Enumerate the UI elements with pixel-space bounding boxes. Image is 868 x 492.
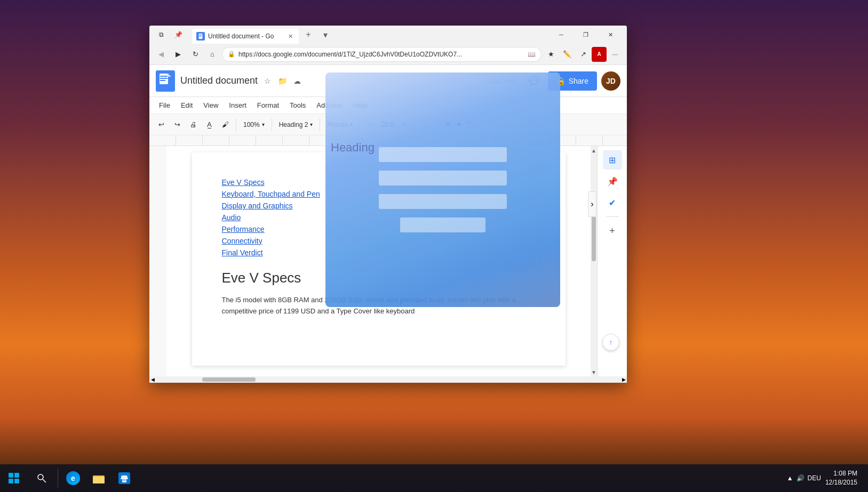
edge-browser-icon: e bbox=[66, 471, 80, 485]
svg-rect-10 bbox=[14, 473, 19, 478]
home-button[interactable]: ⌂ bbox=[205, 47, 220, 62]
redo-button[interactable]: ↪ bbox=[170, 117, 185, 132]
scroll-right-button[interactable]: ▶ bbox=[620, 376, 627, 383]
doc-title[interactable]: Untitled document bbox=[180, 75, 258, 87]
sheets-icon[interactable]: ⊞ bbox=[603, 150, 622, 170]
undo-button[interactable]: ↩ bbox=[154, 117, 169, 132]
volume-icon[interactable]: 🔊 bbox=[797, 474, 805, 482]
tab-icon-pin[interactable]: 📌 bbox=[171, 27, 186, 42]
menu-file[interactable]: File bbox=[154, 98, 176, 113]
horizontal-scrollbar[interactable]: ◀ ▶ bbox=[149, 376, 627, 383]
overlay-bar-3 bbox=[379, 194, 507, 209]
svg-rect-1 bbox=[200, 35, 202, 35]
close-button[interactable]: ✕ bbox=[598, 26, 623, 44]
browser-titlebar: ⧉ 📌 Untitled document - Go ✕ + ▾ ─ ❐ ✕ bbox=[149, 26, 627, 44]
lock-icon: 🔒 bbox=[228, 51, 235, 58]
taskbar-store-icon[interactable] bbox=[112, 464, 137, 492]
scroll-left-button[interactable]: ◀ bbox=[149, 376, 156, 383]
menu-edit[interactable]: Edit bbox=[176, 98, 198, 113]
start-button[interactable] bbox=[0, 464, 28, 492]
more-button[interactable]: ··· bbox=[608, 47, 623, 62]
refresh-button[interactable]: ↻ bbox=[188, 47, 203, 62]
menu-tools[interactable]: Tools bbox=[284, 98, 311, 113]
back-button[interactable]: ◀ bbox=[154, 47, 169, 62]
scroll-down-button[interactable]: ▼ bbox=[591, 368, 597, 376]
tab-dropdown-button[interactable]: ▾ bbox=[318, 27, 333, 42]
search-button[interactable] bbox=[28, 464, 55, 492]
browser-toolbar-actions: ★ ✏️ ↗ A ··· bbox=[544, 47, 623, 62]
overlay-bar-1 bbox=[379, 147, 507, 162]
acrobat-button[interactable]: A bbox=[592, 47, 607, 62]
svg-rect-3 bbox=[200, 36, 201, 37]
menu-insert[interactable]: Insert bbox=[224, 98, 252, 113]
menu-view[interactable]: View bbox=[198, 98, 224, 113]
zoom-dropdown-arrow: ▾ bbox=[262, 122, 265, 127]
url-text: https://docs.google.com/document/d/1TiZ_… bbox=[238, 51, 524, 58]
svg-rect-16 bbox=[93, 477, 105, 483]
star-icon[interactable]: ☆ bbox=[262, 76, 273, 86]
docs-logo bbox=[156, 70, 175, 92]
svg-line-14 bbox=[43, 479, 46, 482]
restore-button[interactable]: ❐ bbox=[574, 26, 598, 44]
taskbar-divider-1 bbox=[58, 469, 58, 488]
add-addon-button[interactable]: + bbox=[603, 221, 622, 240]
favorites-hub-button[interactable]: ★ bbox=[544, 47, 559, 62]
spellcheck-button[interactable]: A̲ bbox=[202, 117, 217, 132]
notes-button[interactable]: ✏️ bbox=[560, 47, 575, 62]
hscroll-thumb[interactable] bbox=[202, 377, 256, 382]
user-avatar[interactable]: JD bbox=[601, 71, 620, 91]
tab-close-button[interactable]: ✕ bbox=[286, 32, 294, 41]
docs-document-preview-overlay bbox=[325, 72, 560, 307]
forward-button[interactable]: ▶ bbox=[171, 47, 186, 62]
svg-rect-9 bbox=[9, 473, 13, 478]
scroll-up-button[interactable]: ▲ bbox=[591, 146, 597, 155]
style-dropdown-arrow: ▾ bbox=[310, 122, 313, 127]
overlay-heading-label: Heading bbox=[331, 141, 375, 155]
address-bar[interactable]: 🔒 https://docs.google.com/document/d/1Ti… bbox=[222, 47, 541, 62]
toolbar-separator-2 bbox=[272, 118, 272, 131]
print-button[interactable]: 🖨 bbox=[186, 117, 201, 132]
show-hidden-icons[interactable]: ▲ bbox=[787, 474, 793, 482]
svg-rect-19 bbox=[123, 480, 126, 480]
svg-rect-7 bbox=[160, 80, 165, 81]
style-dropdown[interactable]: Heading 2 ▾ bbox=[275, 117, 317, 132]
svg-rect-6 bbox=[160, 78, 168, 79]
hscroll-track[interactable] bbox=[156, 376, 620, 383]
svg-rect-18 bbox=[122, 479, 126, 482]
share-button[interactable]: ↗ bbox=[576, 47, 591, 62]
taskbar-edge-icon[interactable]: e bbox=[60, 464, 86, 492]
window-controls: ─ ❐ ✕ bbox=[549, 26, 623, 44]
tasks-icon[interactable]: ✔ bbox=[603, 193, 622, 212]
taskbar: e ▲ 🔊 DEU bbox=[0, 464, 868, 492]
reading-view-icon: 📖 bbox=[528, 51, 536, 58]
system-clock[interactable]: 1:08 PM 12/18/2015 bbox=[825, 469, 862, 487]
browser-tab-active[interactable]: Untitled document - Go ✕ bbox=[192, 29, 299, 44]
zoom-dropdown[interactable]: 100% ▾ bbox=[240, 117, 268, 132]
docs-tab-icon bbox=[196, 32, 205, 41]
menu-format[interactable]: Format bbox=[252, 98, 284, 113]
browser-window: ⧉ 📌 Untitled document - Go ✕ + ▾ ─ ❐ ✕ bbox=[149, 26, 627, 383]
sidebar-divider bbox=[606, 216, 619, 217]
svg-rect-5 bbox=[160, 76, 168, 77]
keep-icon[interactable]: 📌 bbox=[603, 172, 622, 191]
overlay-bar-2 bbox=[379, 171, 507, 185]
style-value: Heading 2 bbox=[279, 121, 308, 128]
language-label: DEU bbox=[808, 474, 821, 482]
new-tab-button[interactable]: + bbox=[301, 27, 316, 42]
docs-left-margin bbox=[149, 146, 166, 376]
tab-icon-screenshot[interactable]: ⧉ bbox=[154, 27, 169, 42]
taskbar-file-explorer-icon[interactable] bbox=[86, 464, 112, 492]
paint-format-button[interactable]: 🖌 bbox=[218, 117, 233, 132]
collapse-sidebar-button[interactable]: › bbox=[588, 191, 596, 217]
svg-point-13 bbox=[38, 474, 43, 480]
move-to-drive-icon[interactable]: 📁 bbox=[277, 76, 288, 86]
svg-rect-11 bbox=[9, 479, 13, 483]
minimize-button[interactable]: ─ bbox=[549, 26, 574, 44]
cloud-icon[interactable]: ☁ bbox=[292, 76, 302, 86]
svg-rect-12 bbox=[14, 479, 19, 483]
docs-title-area: Untitled document ☆ 📁 ☁ bbox=[180, 75, 302, 87]
clock-time: 1:08 PM bbox=[833, 469, 857, 478]
vertical-scrollbar[interactable]: ▲ ▼ bbox=[591, 146, 597, 376]
smart-reply-button[interactable]: ↑ bbox=[602, 334, 619, 351]
scroll-track[interactable] bbox=[591, 155, 597, 368]
